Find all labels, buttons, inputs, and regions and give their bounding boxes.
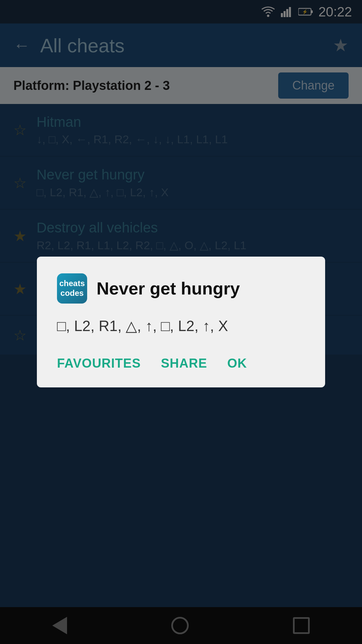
dialog-title: Never get hungry [97, 278, 240, 299]
ok-button[interactable]: OK [227, 353, 247, 374]
dialog: cheatscodes Never get hungry □, L2, R1, … [37, 257, 325, 388]
dialog-header: cheatscodes Never get hungry [57, 273, 305, 304]
dialog-actions: FAVOURITES SHARE OK [57, 353, 305, 374]
favourites-button[interactable]: FAVOURITES [57, 353, 141, 374]
dialog-code: □, L2, R1, △, ↑, □, L2, ↑, X [57, 316, 305, 336]
app-icon: cheatscodes [57, 273, 87, 304]
app-icon-label: cheatscodes [59, 279, 85, 298]
dialog-overlay[interactable]: cheatscodes Never get hungry □, L2, R1, … [0, 0, 362, 644]
share-button[interactable]: SHARE [161, 353, 207, 374]
